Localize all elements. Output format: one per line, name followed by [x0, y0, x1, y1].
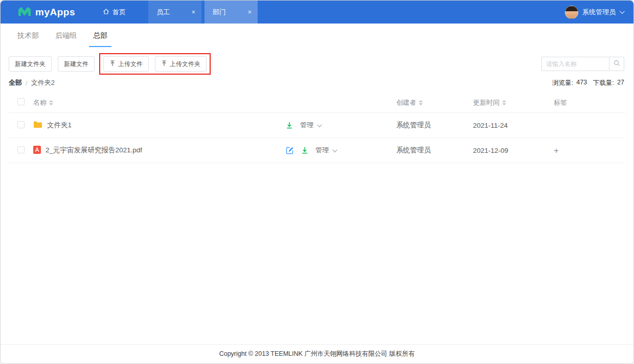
add-tag-button[interactable]: +	[554, 146, 559, 155]
download-icon[interactable]	[286, 122, 293, 129]
row-checkbox[interactable]	[17, 146, 25, 153]
upload-file-button[interactable]: 上传文件	[103, 56, 149, 72]
new-folder-button[interactable]: 新建文件夹	[9, 56, 52, 72]
header-tag: 标签	[554, 99, 567, 106]
top-navbar: myApps 首页 员工 × 部门 × 系统管理员	[1, 1, 633, 24]
pdf-file-icon	[33, 146, 41, 155]
logo-text: myApps	[35, 7, 75, 18]
header-name[interactable]: 名称	[33, 98, 53, 107]
user-name: 系统管理员	[582, 8, 616, 17]
select-all-checkbox[interactable]	[17, 98, 25, 105]
row-creator: 系统管理员	[396, 121, 473, 130]
department-tabs: 技术部 后端组 总部	[1, 24, 633, 47]
close-icon[interactable]: ×	[247, 8, 252, 16]
tab-headquarters[interactable]: 总部	[89, 24, 111, 47]
tab-tech-dept[interactable]: 技术部	[13, 24, 43, 47]
footer: Copyright © 2013 TEEMLINK 广州市天翎网络科技有限公司 …	[1, 344, 633, 363]
header-updated[interactable]: 更新时间	[473, 98, 506, 107]
chevron-down-icon	[620, 9, 625, 14]
row-creator: 系统管理员	[396, 146, 473, 155]
new-file-button[interactable]: 新建文件	[58, 56, 95, 72]
tab-backend-group[interactable]: 后端组	[51, 24, 81, 47]
nav-home[interactable]: 首页	[98, 1, 131, 24]
views-label: 浏览量:	[552, 79, 573, 87]
user-menu[interactable]: 系统管理员	[565, 1, 633, 24]
file-name[interactable]: 文件夹1	[47, 121, 72, 130]
manage-dropdown[interactable]: 管理	[315, 146, 336, 155]
toolbar: 新建文件夹 新建文件 上传文件	[9, 53, 624, 75]
app-window: myApps 首页 员工 × 部门 × 系统管理员	[0, 0, 634, 364]
chevron-down-icon	[332, 147, 337, 152]
close-icon[interactable]: ×	[191, 8, 195, 16]
manage-label: 管理	[315, 146, 329, 155]
sort-icon	[502, 100, 506, 105]
upload-icon	[161, 60, 167, 68]
file-name[interactable]: 2_元宇宙发展研究报告2021.pdf	[46, 146, 142, 155]
search-button[interactable]	[609, 57, 624, 71]
table-row: 文件夹1 管理 系统管理员 2021-11-24	[9, 113, 625, 138]
row-updated: 2021-12-09	[473, 147, 549, 154]
avatar	[565, 6, 578, 19]
upload-file-label: 上传文件	[118, 60, 143, 69]
breadcrumb-row: 全部 / 文件夹2 浏览量: 473 下载量: 27	[9, 78, 624, 87]
manage-label: 管理	[300, 121, 313, 130]
window-tabs: 员工 × 部门 ×	[145, 1, 258, 24]
breadcrumb-current: 文件夹2	[31, 78, 55, 87]
folder-icon	[33, 121, 42, 130]
home-icon	[103, 8, 109, 16]
sort-icon	[49, 100, 53, 105]
search-box	[541, 57, 624, 71]
app-logo: myApps	[1, 1, 75, 24]
window-tab-departments[interactable]: 部门 ×	[205, 1, 258, 24]
red-annotation-box: 上传文件 上传文件夹	[99, 53, 211, 75]
manage-dropdown[interactable]: 管理	[300, 121, 321, 130]
table-header-row: 名称 创建者 更新时间 标签	[9, 93, 625, 113]
window-tab-label: 部门	[213, 8, 226, 17]
table-row: 2_元宇宙发展研究报告2021.pdf 管理	[9, 138, 625, 163]
upload-icon	[109, 60, 116, 68]
breadcrumb-separator: /	[26, 79, 28, 87]
row-checkbox[interactable]	[17, 121, 25, 128]
stats: 浏览量: 473 下载量: 27	[552, 79, 624, 87]
nav-home-label: 首页	[112, 8, 126, 17]
row-updated: 2021-11-24	[473, 122, 549, 129]
download-icon[interactable]	[301, 147, 308, 154]
copyright-text: Copyright © 2013 TEEMLINK 广州市天翎网络科技有限公司 …	[219, 350, 415, 358]
logo-m-icon	[18, 6, 31, 18]
window-tab-employees[interactable]: 员工 ×	[148, 1, 201, 24]
search-icon	[614, 60, 620, 68]
edit-icon[interactable]	[286, 146, 294, 154]
sort-icon	[419, 100, 423, 105]
header-creator[interactable]: 创建者	[396, 98, 423, 107]
chevron-down-icon	[317, 122, 322, 127]
window-tab-label: 员工	[156, 8, 170, 17]
downloads-label: 下载量:	[593, 79, 614, 87]
downloads-value: 27	[617, 79, 624, 87]
views-value: 473	[576, 79, 587, 87]
file-table: 名称 创建者 更新时间 标签	[9, 93, 625, 163]
search-input[interactable]	[541, 57, 609, 71]
upload-folder-button[interactable]: 上传文件夹	[155, 56, 207, 72]
breadcrumb: 全部 / 文件夹2	[9, 78, 55, 87]
upload-folder-label: 上传文件夹	[170, 60, 200, 69]
breadcrumb-root[interactable]: 全部	[9, 78, 22, 87]
